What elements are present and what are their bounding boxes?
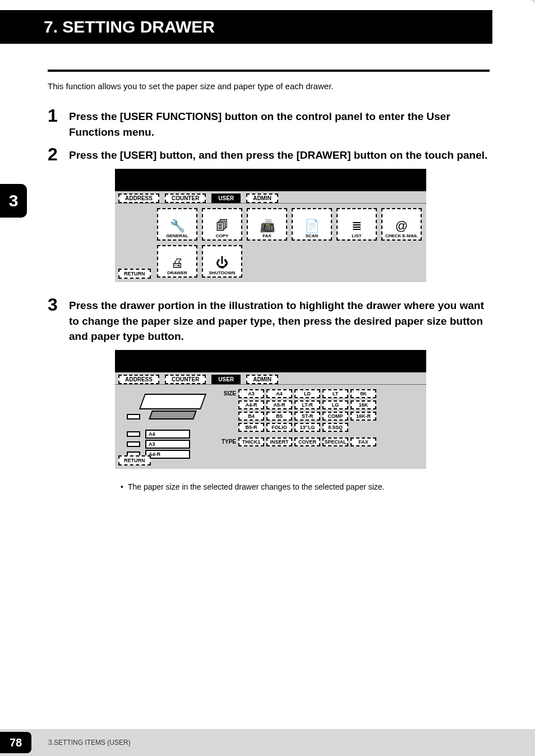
tab-admin[interactable]: ADMIN — [246, 193, 278, 203]
divider — [48, 70, 490, 72]
copy-button[interactable]: 🗐COPY — [202, 208, 242, 241]
size-button[interactable]: LG — [322, 400, 348, 409]
size-label: SIZE — [219, 390, 238, 397]
size-button[interactable]: B4 — [238, 412, 264, 421]
touch-panel-screenshot-1: ADDRESS COUNTER USER ADMIN 🔧GENERAL 🗐COP… — [115, 169, 426, 282]
type-button[interactable]: FAX — [350, 437, 376, 446]
email-icon: @ — [395, 220, 408, 232]
footer-section: 3.SETTING ITEMS (USER) — [48, 739, 131, 746]
tab-admin[interactable]: ADMIN — [246, 375, 278, 384]
size-button[interactable]: FOLIO — [266, 423, 292, 432]
type-label: TYPE — [219, 439, 238, 445]
tab-user[interactable]: USER — [211, 375, 241, 384]
return-button[interactable]: RETURN — [118, 455, 151, 465]
type-button[interactable]: COVER — [294, 437, 320, 446]
tab-address[interactable]: ADDRESS — [118, 375, 159, 384]
drawer-button[interactable]: 🖨DRAWER — [157, 245, 197, 278]
copy-icon: 🗐 — [216, 220, 228, 232]
drawer-slot[interactable]: A4 — [145, 430, 190, 439]
size-button[interactable]: 16K-R — [350, 412, 376, 421]
fax-button[interactable]: 📠FAX — [247, 208, 287, 241]
size-button[interactable]: LD — [294, 389, 320, 398]
size-button[interactable]: B5-R — [238, 423, 264, 432]
bullet-icon: • — [121, 482, 123, 491]
list-button[interactable]: ≣LIST — [336, 208, 377, 241]
step-text: Press the [USER] button, and then press … — [69, 145, 490, 163]
scan-button[interactable]: 📄SCAN — [292, 208, 332, 241]
shutdown-button[interactable]: ⏻SHUTDOWN — [202, 245, 242, 278]
step-2: 2 Press the [USER] button, and then pres… — [48, 145, 490, 163]
type-button[interactable]: THICK1 — [238, 437, 264, 446]
tab-counter[interactable]: COUNTER — [165, 193, 206, 203]
size-button[interactable]: COMP — [322, 412, 348, 421]
check-email-button[interactable]: @CHECK E-MAIL — [381, 208, 422, 241]
step-1: 1 Press the [USER FUNCTIONS] button on t… — [48, 107, 490, 140]
note-text: The paper size in the selected drawer ch… — [128, 482, 385, 491]
wrench-icon: 🔧 — [170, 220, 185, 232]
step-3: 3 Press the drawer portion in the illust… — [48, 296, 490, 344]
size-button[interactable]: 13"LG — [294, 423, 320, 432]
section-title: 7. SETTING DRAWER — [44, 17, 215, 36]
touch-panel-screenshot-2: ADDRESS COUNTER USER ADMIN A4 A3 A4-R — [115, 350, 426, 469]
size-button[interactable]: LT-R — [294, 400, 320, 409]
size-button[interactable]: 8K — [350, 389, 376, 398]
intro-text: This function allows you to set the pape… — [48, 81, 333, 91]
size-button[interactable]: B5 — [266, 412, 292, 421]
step-number: 3 — [48, 296, 61, 314]
size-button[interactable]: A3 — [238, 389, 264, 398]
scan-icon: 📄 — [305, 220, 320, 232]
power-icon: ⏻ — [216, 257, 228, 269]
size-button[interactable]: 16K — [350, 400, 376, 409]
drawer-icon: 🖨 — [171, 257, 183, 269]
size-button[interactable]: ST-R — [294, 412, 320, 421]
drawer-slot[interactable]: A3 — [145, 440, 190, 449]
drawer-slot[interactable]: A4-R — [145, 450, 190, 459]
tab-user[interactable]: USER — [211, 193, 241, 203]
size-button[interactable]: A5-R — [266, 400, 292, 409]
drawer-slot[interactable] — [149, 411, 197, 420]
size-button[interactable]: LT — [322, 389, 348, 398]
tab-counter[interactable]: COUNTER — [165, 375, 206, 384]
page-footer: 78 3.SETTING ITEMS (USER) — [0, 729, 535, 756]
tab-address[interactable]: ADDRESS — [118, 193, 159, 203]
section-header: 7. SETTING DRAWER — [0, 10, 492, 44]
step-text: Press the drawer portion in the illustra… — [69, 296, 490, 344]
page-number: 78 — [0, 732, 31, 753]
step-number: 1 — [48, 107, 61, 125]
type-button[interactable]: INSERT — [266, 437, 292, 446]
printer-illustration: A4 A3 A4-R — [119, 394, 215, 461]
step-text: Press the [USER FUNCTIONS] button on the… — [69, 107, 490, 140]
general-button[interactable]: 🔧GENERAL — [157, 208, 197, 241]
step-number: 2 — [48, 145, 61, 163]
type-button[interactable]: SPECIAL — [322, 437, 348, 446]
note: • The paper size in the selected drawer … — [121, 482, 490, 491]
return-button[interactable]: RETURN — [118, 269, 151, 279]
chapter-tab: 3 — [0, 184, 27, 218]
fax-icon: 📠 — [260, 220, 275, 232]
list-icon: ≣ — [352, 220, 362, 232]
size-button[interactable]: A4-R — [238, 400, 264, 409]
size-button[interactable]: A4 — [266, 389, 292, 398]
size-button[interactable]: 8.5SQ — [322, 423, 348, 432]
